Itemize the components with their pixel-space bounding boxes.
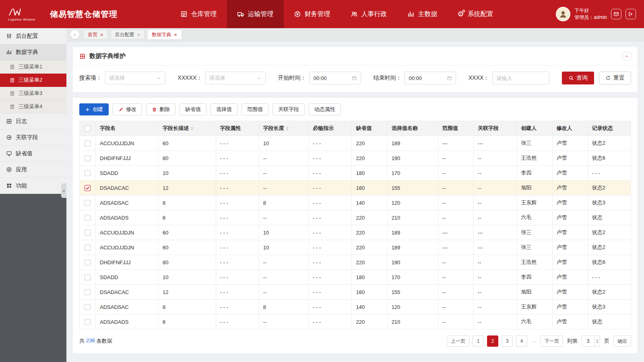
edit-button[interactable]: 修改 bbox=[113, 103, 142, 115]
row-checkbox[interactable] bbox=[85, 230, 91, 236]
start-time-input[interactable] bbox=[310, 72, 361, 84]
goto-prefix: 到第 bbox=[567, 337, 578, 345]
page-button-1[interactable]: 1 bbox=[473, 335, 484, 347]
page-button-4[interactable]: 4 bbox=[516, 335, 527, 347]
nav-item-hr-admin[interactable]: 人事行政 bbox=[341, 0, 397, 28]
goto-page-input[interactable]: 3 bbox=[582, 335, 600, 347]
xxxx-input[interactable] bbox=[492, 72, 549, 84]
table-row[interactable]: DHDIFNFJJJ80- - ---- - -220190----王浩然卢雪状… bbox=[80, 151, 631, 166]
row-checkbox[interactable] bbox=[85, 200, 91, 206]
row-checkbox[interactable] bbox=[85, 140, 91, 146]
row-checkbox[interactable] bbox=[85, 215, 91, 221]
select-value-button[interactable]: 选择值 bbox=[211, 103, 237, 115]
row-checkbox[interactable] bbox=[85, 319, 91, 325]
table-row[interactable]: ADSADSAC8- - -8- - -140120----王东辉卢雪状态3 bbox=[80, 300, 631, 315]
search-term-select[interactable]: 请选择 bbox=[105, 72, 165, 84]
nav-item-system-config[interactable]: ⚙⚙系统配置 bbox=[448, 0, 504, 28]
table-row[interactable]: ADSADADS6- - ---- - -220210----六毛卢雪状态 bbox=[80, 210, 631, 225]
next-page-button[interactable]: 下一页 bbox=[541, 335, 563, 347]
mail-button[interactable] bbox=[611, 9, 621, 19]
sidebar-item-application[interactable]: 应用 bbox=[0, 162, 66, 178]
table-cell: 张三 bbox=[517, 136, 552, 151]
sidebar-item-data-dictionary[interactable]: 数据字典 bbox=[0, 44, 66, 60]
table-cell: 170 bbox=[387, 166, 438, 181]
table-row[interactable]: ADSADADS6- - ---- - -220210----六毛卢雪状态 bbox=[80, 315, 631, 329]
chevron-down-icon bbox=[156, 76, 161, 81]
select-all-checkbox[interactable] bbox=[85, 125, 91, 132]
page-button-3[interactable]: 3 bbox=[502, 335, 513, 347]
table-row[interactable]: SDADD10- - ---- - -180170----李四卢雪- - - bbox=[80, 270, 631, 285]
sidebar-collapse-handle[interactable]: « bbox=[61, 183, 66, 198]
row-checkbox[interactable] bbox=[85, 274, 91, 280]
row-checkbox[interactable] bbox=[85, 289, 91, 295]
nav-item-transport-mgmt[interactable]: 运输管理 bbox=[227, 0, 284, 28]
table-row[interactable]: DHDIFNFJJJ80- - ---- - -220190----王浩然卢雪状… bbox=[80, 255, 631, 270]
row-checkbox[interactable] bbox=[85, 185, 91, 191]
row-checkbox[interactable] bbox=[85, 259, 91, 265]
xxxxx-select[interactable]: 请选择 bbox=[205, 72, 266, 84]
table-cell: ADSADSAC bbox=[96, 195, 159, 210]
close-icon[interactable]: × bbox=[100, 32, 103, 38]
default-value-button[interactable]: 缺省值 bbox=[180, 103, 206, 115]
tab-data-dictionary[interactable]: 数据字典× bbox=[147, 30, 182, 39]
sidebar-item-submenu-2[interactable]: 三级菜单2 bbox=[0, 74, 66, 87]
sidebar-item-related-fields[interactable]: 关联字段 bbox=[0, 130, 66, 146]
table-row[interactable]: ACCUOJJDJN60- - -10- - -220189------张三卢雪… bbox=[80, 136, 631, 151]
related-field-button[interactable]: 关联字段 bbox=[272, 103, 305, 115]
sidebar-item-submenu-3[interactable]: 三级菜单3 bbox=[0, 87, 66, 100]
column-header[interactable]: 字段长度 bbox=[259, 121, 308, 136]
column-header[interactable]: 字段长描述 bbox=[159, 121, 216, 136]
query-button[interactable]: 查询 bbox=[562, 72, 594, 84]
panel-collapse-button[interactable] bbox=[622, 52, 631, 61]
sidebar-item-backend-config[interactable]: 后台配置 bbox=[0, 28, 66, 44]
tab-home[interactable]: 首页× bbox=[83, 30, 108, 39]
prev-page-button[interactable]: 上一页 bbox=[447, 335, 469, 347]
table-row[interactable]: ADSADSAC8- - -8- - -140120----王东辉卢雪状态3 bbox=[80, 195, 631, 210]
table-cell: --- bbox=[438, 136, 473, 151]
sidebar-item-submenu-1[interactable]: 三级菜单1 bbox=[0, 60, 66, 74]
row-checkbox[interactable] bbox=[85, 245, 91, 251]
logout-button[interactable] bbox=[625, 9, 636, 19]
table-row[interactable]: DSADACAC12- - ---- - -160155----旭阳卢雪状态2 bbox=[80, 181, 631, 195]
exit-icon bbox=[628, 11, 634, 17]
table-row[interactable]: DSADACAC12- - ---- - -160155----旭阳卢雪状态2 bbox=[80, 285, 631, 300]
create-button[interactable]: 创建 bbox=[79, 103, 109, 115]
nav-item-finance-mgmt[interactable]: 财务管理 bbox=[284, 0, 341, 28]
sidebar-item-submenu-4[interactable]: 三级菜单4 bbox=[0, 100, 66, 113]
table-row[interactable]: ACCUOJJDJN60- - -10- - -220189------张三卢雪… bbox=[80, 240, 631, 255]
table-row[interactable]: ACCUOJJDJN60- - -10- - -220189------张三卢雪… bbox=[80, 225, 631, 240]
nav-item-master-data[interactable]: 主数据 bbox=[397, 0, 448, 28]
dynamic-attr-button[interactable]: 动态属性 bbox=[309, 103, 341, 115]
table-panel: 创建修改删除缺省值选择值范围值关联字段动态属性 字段名字段长描述字段属性字段长度… bbox=[73, 98, 638, 353]
person-icon bbox=[558, 9, 568, 19]
table-cell: -- bbox=[474, 285, 517, 300]
row-checkbox[interactable] bbox=[85, 155, 91, 161]
close-icon[interactable]: × bbox=[174, 32, 177, 38]
goto-suffix: 页 bbox=[604, 337, 609, 345]
sidebar-item-functions[interactable]: 功能 bbox=[0, 178, 66, 194]
page-button-2[interactable]: 2 bbox=[487, 335, 498, 347]
delete-button[interactable]: 删除 bbox=[146, 103, 175, 115]
back-button[interactable]: ‹ bbox=[70, 30, 79, 39]
spinner-icon[interactable] bbox=[594, 336, 600, 346]
sidebar-item-logs[interactable]: 日志 bbox=[0, 113, 66, 130]
table-cell: 189 bbox=[387, 136, 438, 151]
sidebar-item-default-values[interactable]: 缺省值 bbox=[0, 146, 66, 162]
reset-button[interactable]: 重置 bbox=[599, 72, 631, 84]
table-cell: 卢雪 bbox=[552, 270, 588, 285]
column-header: 范围值 bbox=[438, 121, 473, 136]
table-cell: 120 bbox=[387, 300, 438, 315]
table-cell: 卢雪 bbox=[552, 255, 588, 270]
table-cell: -- bbox=[474, 270, 517, 285]
range-value-button[interactable]: 范围值 bbox=[242, 103, 268, 115]
row-checkbox[interactable] bbox=[85, 170, 91, 176]
row-checkbox[interactable] bbox=[85, 304, 91, 310]
tab-backend-config[interactable]: 后台配置× bbox=[111, 30, 145, 39]
table-row[interactable]: SDADD10- - ---- - -180170----李四卢雪- - - bbox=[80, 166, 631, 181]
close-icon[interactable]: × bbox=[137, 32, 140, 38]
end-time-input[interactable] bbox=[405, 72, 456, 84]
avatar[interactable] bbox=[556, 7, 570, 21]
table-cell: 80 bbox=[159, 151, 216, 166]
nav-item-warehouse-mgmt[interactable]: 仓库管理 bbox=[170, 0, 227, 28]
confirm-button[interactable]: 确定 bbox=[613, 335, 631, 347]
